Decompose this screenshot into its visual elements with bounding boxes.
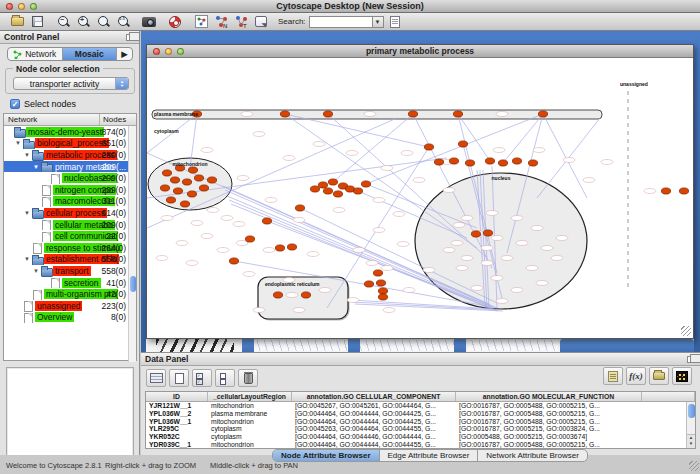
table-row[interactable]: YDR039C__1mitochondrion[GO:0044464, GO:0… [146, 441, 695, 449]
color-attribute-dropdown[interactable]: transporter activity ▲▼ [13, 77, 129, 90]
tree-row[interactable]: unassigned223(0) [4, 300, 136, 312]
unselect-attributes-icon[interactable] [215, 369, 235, 387]
search-input[interactable] [309, 16, 373, 28]
graph-node [376, 280, 385, 286]
tree-row[interactable]: Overview8(0) [4, 312, 136, 324]
import-attributes-icon[interactable] [649, 367, 669, 385]
tree-col-nodes[interactable]: Nodes [100, 114, 136, 125]
attribute-table-header[interactable]: ID_cellularLayoutRegionannotation.GO CEL… [146, 392, 695, 402]
graph-node [333, 191, 342, 197]
table-row[interactable]: YPL036W__1mitochondrion[GO:0044464, GO:0… [146, 418, 695, 426]
zoom-selected-icon[interactable] [94, 14, 112, 29]
tree-row[interactable]: ▼cellular process614(0) [4, 207, 136, 219]
tab-node-attribute-browser[interactable]: Node Attribute Browser [273, 450, 380, 461]
tree-col-network[interactable]: Network [4, 114, 100, 125]
select-nodes-checkbox[interactable]: ✓ [10, 99, 20, 109]
float-panel-icon[interactable] [687, 356, 696, 363]
tab-edge-attribute-browser[interactable]: Edge Attribute Browser [380, 450, 479, 461]
tree-scroll-thumb[interactable] [130, 276, 136, 292]
app-titlebar[interactable]: Cytoscape Desktop (New Session) [0, 0, 700, 13]
tree-row[interactable]: cellular metabo209(0) [4, 219, 136, 231]
annotation-icon[interactable] [252, 14, 270, 29]
graph-node [323, 188, 332, 194]
open-file-icon[interactable] [8, 14, 26, 29]
network-graph[interactable]: plasma membranecytoplasmmitochondrionnuc… [147, 58, 693, 338]
tree-row[interactable]: nucleobase-c209(0) [4, 172, 136, 184]
network-canvas[interactable]: plasma membranecytoplasmmitochondrionnuc… [147, 58, 693, 338]
attribute-editor-icon[interactable] [603, 367, 623, 385]
matrix-view-icon[interactable] [672, 367, 692, 385]
zoom-out-icon[interactable]: − [54, 14, 72, 29]
tree-row[interactable]: ▼establishment of lo558(0) [4, 254, 136, 266]
minimize-button[interactable] [165, 48, 172, 55]
snapshot-icon[interactable] [140, 14, 158, 29]
zoom-button[interactable] [30, 3, 37, 10]
tree-row[interactable]: ▼transport558(0) [4, 265, 136, 277]
zoom-button[interactable] [177, 48, 184, 55]
network-tree-header[interactable]: Network Nodes [4, 114, 136, 126]
apply-layout-icon[interactable]: N [212, 14, 230, 29]
zoom-in-icon[interactable]: + [74, 14, 92, 29]
expand-arrow-icon[interactable]: ▼ [24, 256, 32, 262]
app-resize-grip[interactable] [689, 461, 699, 471]
save-icon[interactable] [28, 14, 46, 29]
graph-node [273, 292, 282, 298]
float-panel-icon[interactable] [126, 34, 135, 41]
tree-row[interactable]: macromolecule311(0) [4, 196, 136, 208]
node-label [644, 189, 656, 194]
column-header[interactable]: annotation.GO CELLULAR_COMPONENT [292, 392, 456, 401]
tree-row[interactable]: secretion41(0) [4, 277, 136, 289]
search-dropdown-arrow-icon[interactable]: ▼ [373, 16, 384, 28]
folder-icon [32, 255, 44, 264]
apply-style-icon[interactable]: T [232, 14, 250, 29]
table-scroll-thumb[interactable] [688, 404, 695, 418]
expand-arrow-icon[interactable]: ▼ [33, 268, 41, 274]
table-row[interactable]: YPL036W__2plasma membrane[GO:0044464, GO… [146, 410, 695, 418]
tab-network-attribute-browser[interactable]: Network Attribute Browser [478, 450, 586, 461]
table-scrollbar[interactable]: ▲▼ [686, 402, 695, 448]
tree-row[interactable]: ▼metabolic process280(0) [4, 149, 136, 161]
delete-attribute-icon[interactable] [238, 369, 258, 387]
column-header[interactable]: _cellularLayoutRegion [208, 392, 292, 401]
tree-row[interactable]: mosaic-demo-yeast874(0) [4, 126, 136, 138]
tree-row[interactable]: cell communicat22(0) [4, 230, 136, 242]
background-window-titlebar[interactable] [348, 339, 360, 352]
background-window-titlebar[interactable] [454, 339, 466, 352]
expand-arrow-icon[interactable]: ▼ [15, 140, 23, 146]
network-window-titlebar[interactable]: primary metabolic process [147, 45, 693, 58]
table-row[interactable]: YJR121W__1mitochondrion[GO:0045267, GO:0… [146, 402, 695, 410]
tree-row[interactable]: ▼primary metabo209(... [4, 161, 136, 173]
expand-arrow-icon[interactable]: ▼ [33, 164, 41, 170]
create-network-icon[interactable] [192, 14, 210, 29]
window-resize-grip[interactable] [681, 326, 691, 336]
tab-[interactable]: ▶ [117, 48, 132, 60]
close-button[interactable] [6, 3, 13, 10]
tree-scrollbar[interactable] [128, 126, 136, 362]
help-icon[interactable] [166, 14, 184, 29]
expand-arrow-icon[interactable]: ▼ [24, 152, 32, 158]
advanced-search-icon[interactable] [386, 14, 404, 29]
background-window-titlebar[interactable] [560, 339, 694, 352]
table-row[interactable]: YKR052Ccytoplasm[GO:0044464, GO:0044446,… [146, 433, 695, 441]
expand-arrow-icon[interactable]: ▼ [24, 210, 32, 216]
zoom-fit-icon[interactable]: 1:1 [114, 14, 132, 29]
tab-network[interactable]: Network [8, 48, 63, 60]
tab-mosaic[interactable]: Mosaic [63, 48, 118, 60]
tree-row[interactable]: response to stimulu264(0) [4, 242, 136, 254]
table-scroll-arrows[interactable]: ▲▼ [687, 434, 695, 448]
select-attributes-icon[interactable] [192, 369, 212, 387]
column-header[interactable]: annotation.GO MOLECULAR_FUNCTION [456, 392, 642, 401]
control-panel: Control Panel NetworkMosaic▶ Node color … [0, 31, 140, 455]
background-windows-strip[interactable] [146, 339, 694, 352]
tree-row[interactable]: nitrogen compo209(0) [4, 184, 136, 196]
minimize-button[interactable] [18, 3, 25, 10]
background-window-titlebar[interactable] [242, 339, 254, 352]
new-attribute-icon[interactable] [169, 369, 189, 387]
attribute-table-icon[interactable] [146, 369, 166, 387]
tree-row[interactable]: ▼biological_process651(0) [4, 138, 136, 150]
tree-row[interactable]: multi-organism pro42(0) [4, 288, 136, 300]
close-button[interactable] [153, 48, 160, 55]
formula-builder-icon[interactable]: f(x) [626, 367, 646, 385]
table-row[interactable]: YLR295Ccytoplasm[GO:0045263, GO:0044464,… [146, 425, 695, 433]
column-header[interactable]: ID [146, 392, 208, 401]
